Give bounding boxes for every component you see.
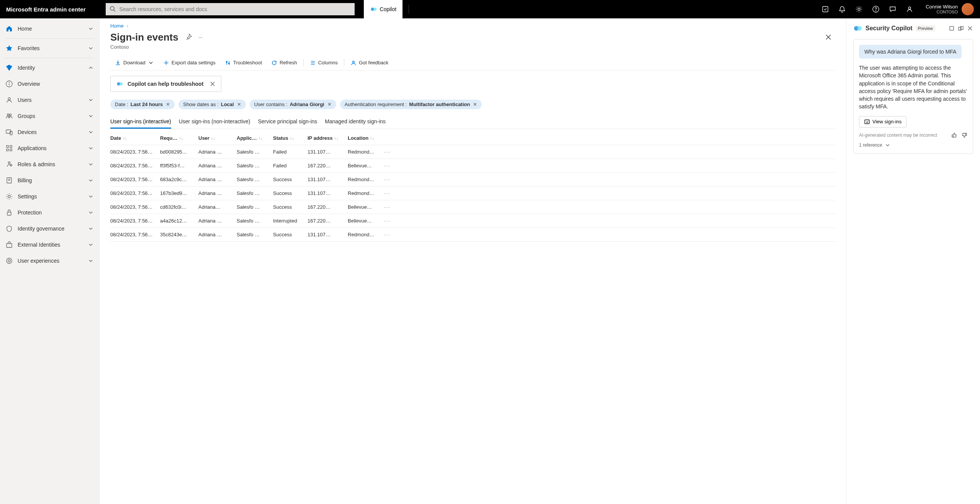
table-row[interactable]: 08/24/2023, 7:56…a4a26c12…Adriana …Sales…: [110, 214, 835, 228]
feedback-button[interactable]: Got feedback: [346, 55, 393, 70]
sidebar-item-external[interactable]: External Identities: [0, 237, 99, 253]
feedback-icon[interactable]: [884, 1, 901, 18]
chevron-down-icon: [88, 113, 94, 119]
tool-label: Got feedback: [359, 60, 388, 65]
tab-noninteractive[interactable]: User sign-ins (non-interactive): [179, 115, 250, 129]
col-ip[interactable]: IP address↑↓: [308, 135, 348, 141]
external-icon: [5, 241, 13, 249]
close-icon[interactable]: ✕: [166, 101, 170, 107]
button-label: View sign-ins: [872, 119, 901, 124]
user-block[interactable]: Connie Wilson CONTOSO: [926, 3, 974, 15]
ai-note: AI-generated content may be incorrect: [859, 132, 967, 138]
close-icon[interactable]: ✕: [327, 101, 332, 107]
close-icon[interactable]: ✕: [237, 101, 241, 107]
sidebar-item-applications[interactable]: Applications: [0, 140, 99, 156]
table-row[interactable]: 08/24/2023, 7:56…ff3f5f53-f…Adriana …Sal…: [110, 159, 835, 173]
user-prompt: Why was Adriana Giorgi forced to MFA: [859, 45, 962, 59]
expand-icon[interactable]: [949, 25, 955, 31]
troubleshoot-button[interactable]: Troubleshoot: [220, 55, 267, 70]
sidebar-item-billing[interactable]: Billing: [0, 172, 99, 188]
download-button[interactable]: Download: [110, 55, 159, 70]
diagnostics-icon[interactable]: [817, 1, 834, 18]
close-icon[interactable]: ✕: [473, 101, 477, 107]
view-signins-button[interactable]: View sign-ins: [859, 116, 906, 128]
col-status[interactable]: Status↑↓: [273, 135, 308, 141]
cell-user: Adriana …: [198, 177, 237, 182]
tab-interactive[interactable]: User sign-ins (interactive): [110, 115, 171, 129]
sidebar-item-protection[interactable]: Protection: [0, 205, 99, 221]
sidebar-item-users[interactable]: Users: [0, 92, 99, 108]
tab-managed-identity[interactable]: Managed identity sign-ins: [325, 115, 386, 129]
sidebar-item-user-experiences[interactable]: User experiences: [0, 253, 99, 269]
table-header: Date↑↓ Requ…↑↓ User↑↓ Applic…↑↓ Status↑↓…: [110, 131, 835, 145]
cell-user: Adriana …: [198, 232, 237, 237]
sidebar-item-identity[interactable]: Identity: [0, 60, 99, 76]
filter-date[interactable]: Date : Last 24 hours ✕: [110, 100, 175, 109]
copilot-button[interactable]: Copilot: [364, 0, 403, 18]
chevron-down-icon: [88, 145, 94, 151]
sidebar-item-roles[interactable]: Roles & admins: [0, 156, 99, 172]
sidebar-item-overview[interactable]: Overview: [0, 76, 99, 92]
more-icon[interactable]: ···: [384, 204, 396, 210]
sidebar-item-favorites[interactable]: Favorites: [0, 40, 99, 56]
table-row[interactable]: 08/24/2023, 7:56…cd632fc0i…Adriana…Sales…: [110, 200, 835, 214]
sidebar-item-groups[interactable]: Groups: [0, 108, 99, 124]
sidebar-item-devices[interactable]: Devices: [0, 124, 99, 140]
help-icon[interactable]: [867, 1, 884, 18]
filter-timezone[interactable]: Show dates as : Local ✕: [178, 100, 245, 109]
settings-icon[interactable]: [851, 1, 867, 18]
columns-button[interactable]: Columns: [305, 55, 342, 70]
reference-toggle[interactable]: 1 reference: [859, 142, 967, 148]
more-icon[interactable]: ···: [384, 218, 396, 224]
sidebar-item-settings[interactable]: Settings: [0, 188, 99, 205]
more-icon[interactable]: ···: [384, 149, 396, 155]
breadcrumb-home[interactable]: Home: [110, 23, 124, 29]
popout-icon[interactable]: [958, 25, 964, 31]
close-icon[interactable]: [967, 25, 973, 31]
separator: [344, 59, 344, 67]
cell-location: Bellevue…: [348, 163, 384, 169]
signins-icon: [864, 119, 870, 125]
table-row[interactable]: 08/24/2023, 7:56…35c8243e…Adriana …Sales…: [110, 228, 835, 242]
thumbs-up-icon[interactable]: [951, 132, 957, 138]
more-icon[interactable]: ···: [384, 177, 396, 182]
more-icon[interactable]: ···: [384, 163, 396, 169]
filter-user[interactable]: User contains : Adriana Giorgi ✕: [250, 100, 336, 109]
more-icon[interactable]: ···: [384, 190, 396, 196]
notifications-icon[interactable]: [834, 1, 851, 18]
table-row[interactable]: 08/24/2023, 7:56…167b3ed9…Adriana …Sales…: [110, 187, 835, 200]
search-input[interactable]: [106, 3, 355, 15]
svg-rect-28: [7, 244, 12, 247]
cell-request: bd008295…: [160, 149, 198, 155]
col-application[interactable]: Applic…↑↓: [237, 135, 273, 141]
close-icon[interactable]: [209, 81, 216, 87]
col-request[interactable]: Requ…↑↓: [160, 135, 198, 141]
separator: [5, 38, 95, 39]
cell-date: 08/24/2023, 7:56…: [110, 177, 160, 182]
thumbs-down-icon[interactable]: [961, 132, 967, 138]
cell-ip: 167.220…: [308, 163, 348, 169]
col-date[interactable]: Date↑↓: [110, 135, 160, 141]
sidebar-item-governance[interactable]: Identity governance: [0, 221, 99, 237]
refresh-button[interactable]: Refresh: [267, 55, 302, 70]
col-location[interactable]: Location↑↓: [348, 135, 384, 141]
copilot-card: Why was Adriana Giorgi forced to MFA The…: [853, 39, 973, 154]
pin-icon[interactable]: [185, 33, 192, 41]
more-icon[interactable]: ···: [198, 34, 203, 40]
col-user[interactable]: User↑↓: [198, 135, 237, 141]
cell-location: Redmond…: [348, 232, 384, 237]
tab-service-principal[interactable]: Service principal sign-ins: [258, 115, 317, 129]
close-icon[interactable]: [821, 30, 835, 44]
filter-auth[interactable]: Authentication requirement : Multifactor…: [340, 100, 482, 109]
sidebar-item-home[interactable]: Home: [0, 21, 99, 37]
content: Home › Sign-in events ··· Contoso Downlo…: [100, 18, 846, 504]
account-icon[interactable]: [901, 1, 918, 18]
table-row[interactable]: 08/24/2023, 7:56…bd008295…Adriana …Sales…: [110, 145, 835, 159]
tabs: User sign-ins (interactive) User sign-in…: [110, 115, 835, 129]
cell-request: 683a2c9c…: [160, 177, 198, 182]
table-row[interactable]: 08/24/2023, 7:56…683a2c9c…Adriana …Sales…: [110, 173, 835, 187]
cell-ip: 131.107…: [308, 177, 348, 182]
banner-text: Copilot can help troubleshoot: [128, 81, 203, 87]
more-icon[interactable]: ···: [384, 232, 396, 237]
export-button[interactable]: Export data settings: [159, 55, 220, 70]
